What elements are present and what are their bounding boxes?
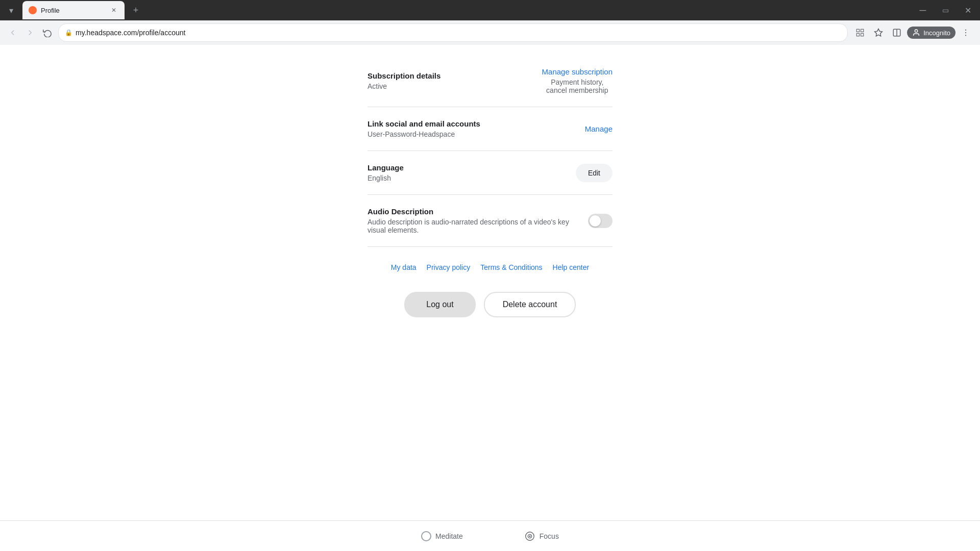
svg-rect-3: [861, 34, 864, 36]
language-value: English: [368, 174, 576, 182]
subscription-left: Subscription details Active: [368, 71, 542, 90]
svg-point-10: [965, 35, 966, 36]
audio-header: Audio Description: [368, 207, 588, 216]
language-row: Language English Edit: [368, 163, 612, 182]
title-bar: ▾ Profile ✕ + ─ ▭ ✕: [0, 0, 980, 20]
active-tab[interactable]: Profile ✕: [22, 1, 125, 19]
meditate-icon: [421, 531, 431, 541]
toggle-knob: [590, 215, 601, 227]
audio-left: Audio Description Audio description is a…: [368, 207, 588, 234]
url-text: my.headspace.com/profile/account: [76, 29, 185, 37]
svg-rect-1: [861, 29, 864, 32]
language-header: Language: [368, 163, 576, 172]
tab-title: Profile: [41, 7, 105, 14]
language-left: Language English: [368, 163, 576, 182]
social-section: Link social and email accounts User-Pass…: [368, 107, 612, 151]
social-sub: User-Password-Headspace: [368, 130, 585, 138]
terms-conditions-link[interactable]: Terms & Conditions: [480, 263, 542, 271]
browser-toolbar: 🔒 my.headspace.com/profile/account Incog…: [0, 20, 980, 45]
window-controls: ▾: [4, 3, 18, 17]
privacy-policy-link[interactable]: Privacy policy: [427, 263, 471, 271]
manage-social-link[interactable]: Manage: [585, 124, 612, 133]
incognito-badge: Incognito: [907, 27, 955, 39]
my-data-link[interactable]: My data: [391, 263, 416, 271]
audio-section: Audio Description Audio description is a…: [368, 195, 612, 247]
subscription-status: Active: [368, 82, 542, 90]
nav-item-meditate[interactable]: Meditate: [421, 531, 463, 541]
action-buttons: Log out Delete account: [368, 284, 612, 334]
split-view-button[interactable]: [889, 24, 905, 41]
delete-account-button[interactable]: Delete account: [484, 292, 576, 317]
svg-rect-2: [856, 34, 859, 36]
social-header: Link social and email accounts: [368, 119, 585, 128]
forward-button[interactable]: [23, 24, 37, 41]
lock-icon: 🔒: [65, 29, 72, 36]
browser-chrome: ▾ Profile ✕ + ─ ▭ ✕ 🔒 my.headspace.c: [0, 0, 980, 45]
maximize-button[interactable]: ▭: [937, 2, 953, 18]
language-section: Language English Edit: [368, 151, 612, 195]
subscription-right: Manage subscription Payment history, can…: [542, 67, 612, 94]
audio-description: Audio description is audio-narrated desc…: [368, 218, 588, 234]
new-tab-button[interactable]: +: [129, 3, 143, 17]
audio-row: Audio Description Audio description is a…: [368, 207, 612, 234]
menu-button[interactable]: [958, 24, 974, 41]
language-edit-button[interactable]: Edit: [576, 164, 612, 182]
page-content: Subscription details Active Manage subsc…: [0, 45, 980, 533]
audio-description-toggle[interactable]: [588, 214, 612, 228]
social-row: Link social and email accounts User-Pass…: [368, 119, 612, 138]
svg-marker-4: [875, 29, 883, 36]
svg-point-7: [915, 30, 918, 32]
nav-item-focus[interactable]: Focus: [524, 531, 559, 542]
focus-label: Focus: [540, 532, 559, 540]
content-wrapper: Subscription details Active Manage subsc…: [245, 45, 735, 344]
minimize-button[interactable]: ─: [915, 2, 931, 18]
back-button[interactable]: [6, 24, 19, 41]
subscription-payment-info: Payment history,: [542, 78, 612, 86]
subscription-header: Subscription details: [368, 71, 542, 80]
subscription-row: Subscription details Active Manage subsc…: [368, 67, 612, 94]
tab-favicon: [29, 6, 37, 14]
subscription-cancel-label: cancel membership: [542, 86, 612, 94]
svg-point-9: [965, 32, 966, 33]
tab-close-button[interactable]: ✕: [109, 6, 118, 15]
close-button[interactable]: ✕: [960, 2, 976, 18]
address-bar[interactable]: 🔒 my.headspace.com/profile/account: [58, 23, 848, 42]
help-center-link[interactable]: Help center: [553, 263, 590, 271]
svg-point-13: [529, 536, 530, 537]
subscription-section: Subscription details Active Manage subsc…: [368, 55, 612, 107]
logout-button[interactable]: Log out: [404, 292, 476, 317]
extensions-button[interactable]: [852, 24, 868, 41]
svg-point-8: [965, 30, 966, 31]
manage-subscription-link[interactable]: Manage subscription: [542, 67, 612, 76]
meditate-label: Meditate: [435, 532, 463, 540]
focus-icon: [524, 531, 535, 542]
footer-links: My data Privacy policy Terms & Condition…: [368, 247, 612, 284]
toolbar-actions: Incognito: [852, 24, 974, 41]
tab-strip-dropdown[interactable]: ▾: [4, 3, 18, 17]
social-left: Link social and email accounts User-Pass…: [368, 119, 585, 138]
svg-rect-0: [856, 29, 859, 32]
bookmark-button[interactable]: [870, 24, 887, 41]
bottom-nav: Meditate Focus: [0, 520, 980, 551]
reload-button[interactable]: [41, 24, 54, 41]
incognito-label: Incognito: [923, 29, 950, 37]
